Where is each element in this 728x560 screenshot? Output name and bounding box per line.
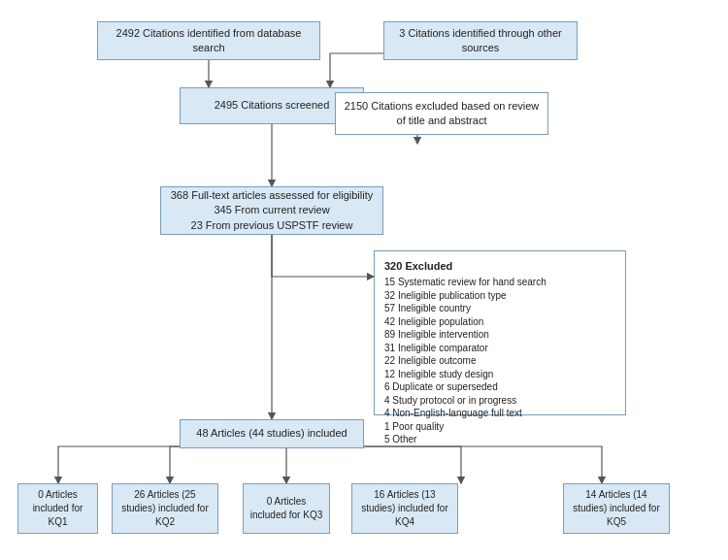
- excluded-item: 6 Duplicate or superseded: [384, 380, 546, 394]
- excluded-item: 32 Ineligible publication type: [384, 289, 546, 303]
- db-search-label: 2492 Citations identified from database …: [104, 26, 314, 56]
- kq1-box: 0 Articles included for KQ1: [17, 483, 98, 534]
- kq2-box: 26 Articles (25 studies) included for KQ…: [112, 483, 218, 534]
- excluded-item: 4 Study protocol or in progress: [384, 394, 546, 408]
- excluded-box: 320 Excluded 15 Systematic review for ha…: [374, 250, 626, 415]
- screened-label: 2495 Citations screened: [215, 98, 330, 113]
- kq1-label: 0 Articles included for KQ1: [24, 488, 91, 529]
- kq4-label: 16 Articles (13 studies) included for KQ…: [358, 488, 451, 529]
- kq3-box: 0 Articles included for KQ3: [243, 483, 330, 534]
- excluded-item: 1 Poor quality: [384, 420, 546, 434]
- excluded-abstract-label: 2150 Citations excluded based on review …: [342, 99, 542, 129]
- kq3-label: 0 Articles included for KQ3: [249, 495, 323, 522]
- excluded-item: 89 Ineligible intervention: [384, 328, 546, 342]
- excluded-item: 42 Ineligible population: [384, 315, 546, 329]
- included-label: 48 Articles (44 studies) included: [196, 426, 347, 441]
- excluded-item: 4 Non-English-language full text: [384, 407, 546, 420]
- excluded-abstract-box: 2150 Citations excluded based on review …: [335, 92, 548, 135]
- included-box: 48 Articles (44 studies) included: [180, 419, 364, 448]
- fulltext-line2: 345 From current review: [214, 203, 329, 217]
- kq5-box: 14 Articles (14 studies) included for KQ…: [563, 483, 670, 534]
- excluded-items: 15 Systematic review for hand search32 I…: [384, 276, 546, 446]
- excluded-item: 22 Ineligible outcome: [384, 354, 546, 368]
- excluded-item: 57 Ineligible country: [384, 302, 546, 315]
- kq5-label: 14 Articles (14 studies) included for KQ…: [570, 488, 663, 529]
- fulltext-line1: 368 Full-text articles assessed for elig…: [171, 188, 373, 203]
- other-sources-label: 3 Citations identified through other sou…: [390, 26, 571, 56]
- prisma-diagram: 2492 Citations identified from database …: [0, 0, 728, 560]
- kq4-box: 16 Articles (13 studies) included for KQ…: [351, 483, 458, 534]
- excluded-item: 12 Ineligible study design: [384, 368, 546, 381]
- db-search-box: 2492 Citations identified from database …: [97, 21, 320, 60]
- excluded-item: 15 Systematic review for hand search: [384, 276, 546, 289]
- kq2-label: 26 Articles (25 studies) included for KQ…: [118, 488, 212, 529]
- fulltext-line3: 23 From previous USPSTF review: [191, 218, 353, 233]
- excluded-title: 320 Excluded: [384, 259, 452, 274]
- fulltext-box: 368 Full-text articles assessed for elig…: [160, 186, 383, 235]
- excluded-item: 31 Ineligible comparator: [384, 342, 546, 355]
- excluded-item: 5 Other: [384, 433, 546, 446]
- other-sources-box: 3 Citations identified through other sou…: [383, 21, 578, 60]
